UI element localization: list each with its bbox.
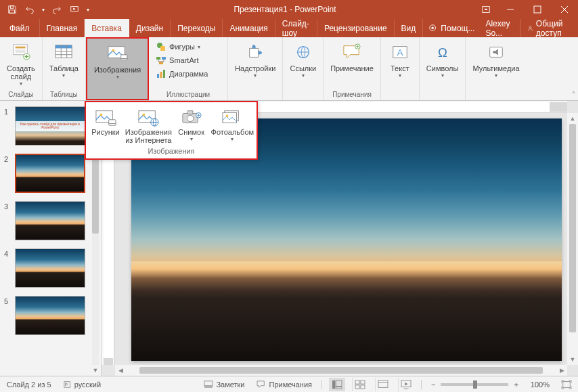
undo-button[interactable]: [22, 2, 38, 17]
close-button[interactable]: [551, 0, 578, 19]
group-addins: Надстройки ▾: [228, 37, 283, 100]
svg-rect-52: [361, 385, 365, 388]
slide-counter[interactable]: Слайд 2 из 5: [4, 380, 54, 389]
tab-home[interactable]: Главная: [40, 19, 85, 37]
zoom-in-button[interactable]: +: [511, 380, 520, 389]
images-dropdown-gallery: Рисунки Изображения из Интернета Снимок …: [85, 101, 258, 160]
tab-transitions[interactable]: Переходы: [171, 19, 223, 37]
table-label: Таблица: [49, 64, 79, 72]
slide-thumb-3[interactable]: 3: [4, 201, 97, 240]
insert-screenshot-button[interactable]: Снимок ▾: [173, 105, 210, 144]
svg-text:A: A: [397, 47, 403, 58]
svg-rect-18: [160, 46, 165, 51]
tab-design[interactable]: Дизайн: [129, 19, 171, 37]
reading-view-button[interactable]: [375, 378, 391, 391]
normal-view-button[interactable]: [329, 378, 345, 391]
svg-rect-55: [563, 381, 571, 387]
zoom-track[interactable]: [441, 383, 508, 386]
slide-thumb-2[interactable]: 2: [4, 154, 97, 193]
symbols-button[interactable]: Ω Символы ▾: [422, 39, 463, 79]
group-media: Мультимедиа ▾: [466, 37, 526, 100]
text-button[interactable]: A Текст ▾: [384, 39, 416, 79]
slide-sorter-view-button[interactable]: [352, 378, 368, 391]
slide-preview: Как сделать слайд для презентации в Powe…: [15, 106, 85, 146]
addins-label: Надстройки: [235, 64, 275, 72]
slide-number: 2: [4, 154, 11, 163]
comment-label: Примечание: [330, 64, 374, 72]
tell-me-button[interactable]: Помощ...: [423, 19, 480, 37]
tab-file[interactable]: Файл: [0, 19, 40, 37]
zoom-out-button[interactable]: −: [428, 380, 438, 389]
slide-number: 5: [4, 296, 11, 305]
group-text-label: [384, 97, 416, 100]
canvas-vertical-scrollbar[interactable]: ▲ ▼: [567, 113, 578, 365]
insert-online-pictures-button[interactable]: Изображения из Интернета: [124, 105, 173, 144]
svg-point-35: [143, 113, 146, 116]
group-links-label: [286, 97, 320, 100]
insert-photo-album-button[interactable]: Фотоальбом ▾: [210, 105, 255, 144]
save-button[interactable]: [4, 2, 20, 17]
tab-insert[interactable]: Вставка: [85, 19, 129, 37]
shapes-button[interactable]: Фигуры ▾: [154, 40, 222, 53]
slide-preview: [15, 248, 85, 288]
zoom-handle[interactable]: [473, 380, 477, 389]
fit-to-window-button[interactable]: [559, 378, 574, 391]
tab-review[interactable]: Рецензирование: [317, 19, 395, 37]
zoom-level[interactable]: 100%: [528, 380, 552, 389]
maximize-button[interactable]: [524, 0, 551, 19]
links-button[interactable]: Ссылки ▾: [286, 39, 320, 79]
svg-rect-51: [355, 385, 359, 388]
spellcheck-icon: [64, 380, 72, 389]
ribbon: Создать слайд ▾ Слайды Таблица ▾ Таблицы: [0, 37, 578, 101]
canvas-horizontal-scrollbar[interactable]: ◀ ▶: [115, 365, 567, 376]
start-from-beginning-button[interactable]: [66, 2, 83, 17]
tab-animations[interactable]: Анимация: [223, 19, 275, 37]
images-dropdown-label: Изображения: [86, 144, 257, 158]
undo-history-dropdown[interactable]: ▾: [39, 2, 47, 17]
share-button[interactable]: Общий доступ: [520, 19, 578, 37]
symbols-icon: Ω: [432, 41, 453, 63]
zoom-slider[interactable]: − +: [428, 380, 521, 389]
account-user[interactable]: Alexey So...: [480, 19, 519, 37]
table-button[interactable]: Таблица ▾: [45, 39, 83, 79]
images-icon: [107, 43, 129, 64]
language-status[interactable]: русский: [61, 380, 104, 389]
media-label: Мультимедиа: [472, 64, 519, 72]
window-title: Презентация1 - PowerPoint: [92, 5, 478, 14]
minimize-button[interactable]: [497, 0, 524, 19]
status-bar: Слайд 2 из 5 русский Заметки Примечания …: [0, 376, 578, 392]
ribbon-display-options-button[interactable]: [478, 2, 494, 17]
insert-pictures-button[interactable]: Рисунки: [87, 105, 124, 144]
svg-point-6: [432, 26, 435, 29]
slide-thumb-4[interactable]: 4: [4, 248, 97, 288]
text-label: Текст: [391, 64, 409, 72]
svg-point-32: [100, 113, 103, 116]
slide-thumb-1[interactable]: 1 Как сделать слайд для презентации в Po…: [4, 106, 97, 146]
shapes-label: Фигуры: [169, 43, 195, 51]
smartart-button[interactable]: SmartArt: [154, 53, 222, 67]
slide-preview: [15, 201, 85, 240]
comments-toggle-button[interactable]: Примечания: [254, 380, 315, 389]
notes-button[interactable]: Заметки: [201, 380, 247, 389]
links-icon: [292, 41, 314, 63]
collapse-ribbon-button[interactable]: ˄: [572, 91, 575, 98]
redo-button[interactable]: [49, 2, 65, 17]
qat-customize-dropdown[interactable]: ▾: [84, 2, 92, 17]
slide1-title-text: Как сделать слайд для презентации в Powe…: [16, 121, 85, 131]
insert-pictures-label: Рисунки: [91, 128, 120, 136]
new-slide-button[interactable]: Создать слайд ▾: [3, 39, 39, 87]
media-button[interactable]: Мультимедиа ▾: [468, 39, 523, 79]
slideshow-view-button[interactable]: [398, 378, 414, 391]
scroll-down-icon: ▼: [567, 354, 578, 365]
svg-rect-19: [156, 57, 160, 60]
tab-slideshow[interactable]: Слайд-шоу: [275, 19, 317, 37]
tab-view[interactable]: Вид: [395, 19, 424, 37]
svg-rect-50: [361, 380, 365, 383]
comment-button[interactable]: Примечание: [326, 39, 378, 72]
addins-button[interactable]: Надстройки ▾: [231, 39, 280, 79]
new-slide-icon: [10, 41, 32, 63]
chart-button[interactable]: Диаграмма: [154, 67, 222, 81]
svg-rect-46: [332, 380, 335, 388]
slide-thumb-5[interactable]: 5: [4, 296, 97, 335]
images-button[interactable]: Изображения ▾: [90, 40, 145, 80]
